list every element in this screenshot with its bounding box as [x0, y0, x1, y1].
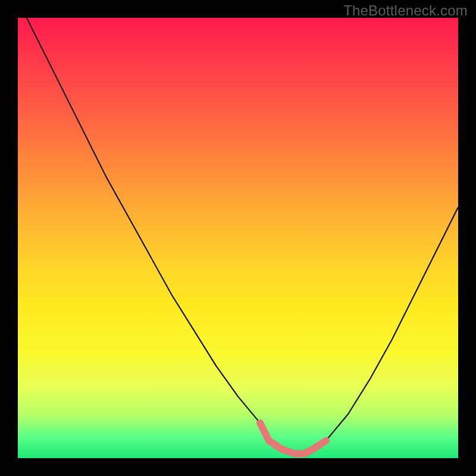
watermark-label: TheBottleneck.com [343, 2, 468, 19]
curve-layer [0, 0, 476, 476]
basin-highlight [260, 423, 326, 454]
bottleneck-curve [18, 0, 458, 453]
chart-frame: TheBottleneck.com [0, 0, 476, 476]
